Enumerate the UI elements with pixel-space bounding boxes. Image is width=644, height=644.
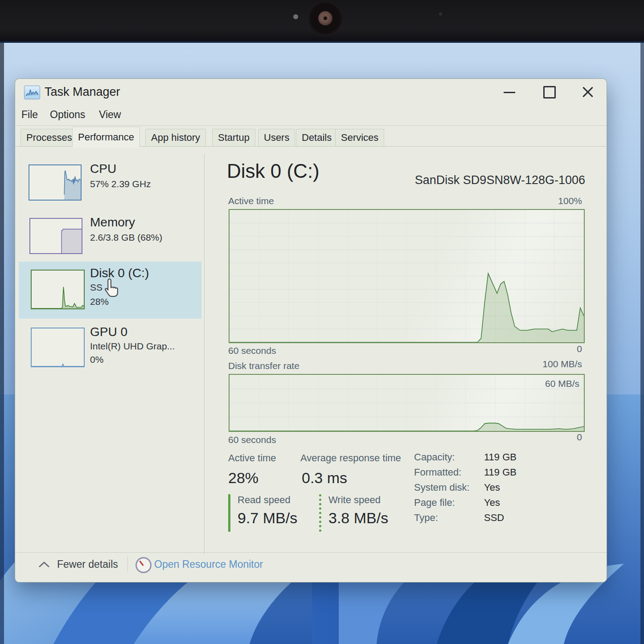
memory-subtitle: 2.6/3.8 GB (68%) xyxy=(90,232,162,243)
stat-active-time-label: Active time xyxy=(228,452,276,464)
disk-subtitle: SS xyxy=(90,282,103,293)
capacity-value: 119 GB xyxy=(484,451,517,463)
tab-strip: Processes Performance App history Startu… xyxy=(15,125,607,147)
menu-options[interactable]: Options xyxy=(50,109,85,121)
hand-cursor-icon xyxy=(103,278,122,299)
disk-panel-title: Disk 0 (C:) xyxy=(227,160,320,182)
screen-edge-right xyxy=(640,43,644,644)
laptop-bezel xyxy=(0,0,644,41)
transfer-rate-max-label: 100 MB/s xyxy=(542,359,582,369)
formatted-value: 119 GB xyxy=(484,467,517,478)
sidebar-item-cpu[interactable]: CPU 57% 2.39 GHz xyxy=(19,159,201,209)
transfer-rate-inner-scale: 60 MB/s xyxy=(545,378,579,389)
sidebar-divider xyxy=(204,154,205,555)
maximize-button[interactable] xyxy=(537,83,562,101)
camera-led xyxy=(293,14,298,19)
webcam xyxy=(308,1,343,36)
stat-avg-response-value: 0.3 ms xyxy=(302,469,347,487)
sidebar-item-disk0[interactable]: Disk 0 (C:) SS 28% xyxy=(19,262,201,319)
memory-thumbnail-chart xyxy=(29,218,82,254)
screen-edge-left xyxy=(0,43,4,644)
microphone-hole xyxy=(439,12,442,16)
page-file-value: Yes xyxy=(484,497,500,509)
minimize-icon xyxy=(504,92,515,93)
write-speed-value: 3.8 MB/s xyxy=(328,509,388,527)
menu-bar: File Options View xyxy=(15,105,607,126)
write-speed-block: Write speed 3.8 MB/s xyxy=(319,494,388,532)
active-time-max-label: 100% xyxy=(558,196,582,206)
type-label: Type: xyxy=(414,512,438,524)
tab-users[interactable]: Users xyxy=(258,129,295,146)
minimize-button[interactable] xyxy=(497,83,522,101)
close-icon xyxy=(582,86,594,98)
active-time-chart xyxy=(229,209,585,343)
laptop-photo: Task Manager File Options View Processes… xyxy=(0,0,644,644)
cpu-title: CPU xyxy=(90,162,116,176)
chevron-up-icon xyxy=(38,561,50,568)
write-speed-label: Write speed xyxy=(328,494,388,506)
read-speed-value: 9.7 MB/s xyxy=(238,509,297,527)
tab-processes[interactable]: Processes xyxy=(21,129,78,146)
gpu-thumbnail-chart xyxy=(31,328,85,367)
stat-avg-response-label: Average response time xyxy=(300,452,401,464)
transfer-rate-x-left: 60 seconds xyxy=(228,435,276,445)
resource-monitor-icon xyxy=(135,557,152,573)
tab-startup[interactable]: Startup xyxy=(212,129,255,146)
transfer-rate-axis-label: Disk transfer rate xyxy=(228,361,299,371)
disk-thumbnail-chart xyxy=(31,270,85,309)
formatted-label: Formatted: xyxy=(414,467,461,478)
system-disk-value: Yes xyxy=(484,482,500,493)
type-value: SSD xyxy=(484,512,504,524)
task-manager-window: Task Manager File Options View Processes… xyxy=(15,78,607,582)
system-disk-label: System disk: xyxy=(414,482,470,493)
stat-active-time-value: 28% xyxy=(228,469,258,487)
read-speed-label: Read speed xyxy=(238,494,297,506)
page-file-label: Page file: xyxy=(414,497,455,509)
transfer-rate-chart: 60 MB/s xyxy=(229,374,585,432)
active-time-x-right: 0 xyxy=(577,344,582,354)
webcam-pupil xyxy=(324,16,327,20)
fewer-details-button[interactable]: Fewer details xyxy=(57,558,118,570)
maximize-icon xyxy=(543,86,556,98)
transfer-rate-x-right: 0 xyxy=(577,432,582,443)
disk-model: SanDisk SD9SN8W-128G-1006 xyxy=(415,173,585,187)
open-resource-monitor-link[interactable]: Open Resource Monitor xyxy=(154,558,263,570)
active-time-x-left: 60 seconds xyxy=(228,345,276,356)
sidebar-item-memory[interactable]: Memory 2.6/3.8 GB (68%) xyxy=(19,212,201,262)
footer-divider xyxy=(127,557,128,572)
capacity-label: Capacity: xyxy=(414,451,455,463)
tab-details[interactable]: Details xyxy=(296,129,337,146)
menu-file[interactable]: File xyxy=(21,109,38,121)
sidebar-item-gpu[interactable]: GPU 0 Intel(R) UHD Grap... 0% xyxy=(19,320,201,374)
gpu-percent: 0% xyxy=(90,354,103,365)
read-speed-block: Read speed 9.7 MB/s xyxy=(228,494,297,532)
menu-view[interactable]: View xyxy=(99,109,121,121)
tab-app-history[interactable]: App history xyxy=(145,129,206,146)
footer-bar: Fewer details Open Resource Monitor xyxy=(15,552,607,582)
tab-services[interactable]: Services xyxy=(335,129,384,146)
task-manager-icon xyxy=(24,86,40,99)
tab-performance[interactable]: Performance xyxy=(72,127,140,147)
gpu-title: GPU 0 xyxy=(90,325,127,339)
window-title: Task Manager xyxy=(45,85,120,99)
titlebar[interactable]: Task Manager xyxy=(15,79,607,105)
close-button[interactable] xyxy=(575,83,600,101)
memory-title: Memory xyxy=(90,215,135,230)
gpu-subtitle: Intel(R) UHD Grap... xyxy=(90,341,175,352)
cpu-thumbnail-chart xyxy=(29,164,82,201)
active-time-axis-label: Active time xyxy=(228,196,274,206)
cpu-subtitle: 57% 2.39 GHz xyxy=(90,179,151,189)
